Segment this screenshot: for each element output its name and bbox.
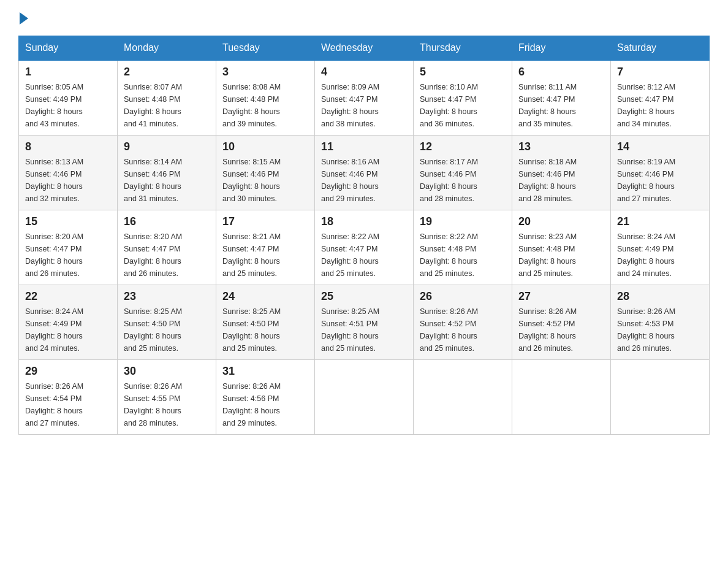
calendar-day-cell: 25 Sunrise: 8:25 AM Sunset: 4:51 PM Dayl… — [315, 285, 414, 360]
day-info: Sunrise: 8:19 AM Sunset: 4:46 PM Dayligh… — [617, 156, 703, 205]
day-info: Sunrise: 8:18 AM Sunset: 4:46 PM Dayligh… — [518, 156, 604, 205]
day-number: 10 — [222, 140, 308, 153]
day-number: 11 — [321, 140, 407, 153]
calendar-day-cell: 16 Sunrise: 8:20 AM Sunset: 4:47 PM Dayl… — [118, 210, 216, 285]
day-number: 16 — [124, 215, 210, 228]
day-info: Sunrise: 8:07 AM Sunset: 4:48 PM Dayligh… — [124, 81, 210, 130]
day-info: Sunrise: 8:26 AM Sunset: 4:56 PM Dayligh… — [222, 380, 308, 429]
calendar-day-cell: 13 Sunrise: 8:18 AM Sunset: 4:46 PM Dayl… — [512, 136, 611, 210]
logo — [18, 12, 28, 23]
calendar-day-cell: 8 Sunrise: 8:13 AM Sunset: 4:46 PM Dayli… — [19, 136, 118, 210]
day-number: 17 — [222, 215, 308, 228]
calendar-day-cell: 26 Sunrise: 8:26 AM Sunset: 4:52 PM Dayl… — [414, 285, 512, 360]
day-of-week-header: Friday — [512, 36, 611, 61]
day-info: Sunrise: 8:05 AM Sunset: 4:49 PM Dayligh… — [25, 81, 111, 130]
day-info: Sunrise: 8:20 AM Sunset: 4:47 PM Dayligh… — [124, 231, 210, 280]
calendar-day-cell: 1 Sunrise: 8:05 AM Sunset: 4:49 PM Dayli… — [19, 60, 118, 136]
day-info: Sunrise: 8:08 AM Sunset: 4:48 PM Dayligh… — [222, 81, 308, 130]
day-info: Sunrise: 8:24 AM Sunset: 4:49 PM Dayligh… — [25, 305, 111, 354]
day-info: Sunrise: 8:10 AM Sunset: 4:47 PM Dayligh… — [420, 81, 506, 130]
calendar-day-cell: 23 Sunrise: 8:25 AM Sunset: 4:50 PM Dayl… — [118, 285, 216, 360]
calendar-header-row: SundayMondayTuesdayWednesdayThursdayFrid… — [19, 36, 710, 61]
calendar-day-cell: 3 Sunrise: 8:08 AM Sunset: 4:48 PM Dayli… — [216, 60, 315, 136]
calendar-day-cell: 30 Sunrise: 8:26 AM Sunset: 4:55 PM Dayl… — [118, 360, 216, 435]
day-number: 21 — [617, 215, 703, 228]
calendar-day-cell: 29 Sunrise: 8:26 AM Sunset: 4:54 PM Dayl… — [19, 360, 118, 435]
day-info: Sunrise: 8:22 AM Sunset: 4:47 PM Dayligh… — [321, 231, 407, 280]
calendar-day-cell: 27 Sunrise: 8:26 AM Sunset: 4:52 PM Dayl… — [512, 285, 611, 360]
day-info: Sunrise: 8:23 AM Sunset: 4:48 PM Dayligh… — [518, 231, 604, 280]
day-info: Sunrise: 8:16 AM Sunset: 4:46 PM Dayligh… — [321, 156, 407, 205]
day-number: 15 — [25, 215, 111, 228]
day-number: 31 — [222, 365, 308, 378]
day-number: 8 — [25, 140, 111, 153]
day-info: Sunrise: 8:20 AM Sunset: 4:47 PM Dayligh… — [25, 231, 111, 280]
calendar-day-cell: 11 Sunrise: 8:16 AM Sunset: 4:46 PM Dayl… — [315, 136, 414, 210]
day-number: 24 — [222, 290, 308, 303]
calendar-table: SundayMondayTuesdayWednesdayThursdayFrid… — [18, 36, 710, 435]
calendar-day-cell: 15 Sunrise: 8:20 AM Sunset: 4:47 PM Dayl… — [19, 210, 118, 285]
day-info: Sunrise: 8:09 AM Sunset: 4:47 PM Dayligh… — [321, 81, 407, 130]
day-number: 26 — [420, 290, 506, 303]
day-number: 18 — [321, 215, 407, 228]
day-number: 9 — [124, 140, 210, 153]
logo-arrow-icon — [20, 12, 28, 25]
calendar-day-cell: 20 Sunrise: 8:23 AM Sunset: 4:48 PM Dayl… — [512, 210, 611, 285]
calendar-day-cell: 14 Sunrise: 8:19 AM Sunset: 4:46 PM Dayl… — [611, 136, 710, 210]
calendar-day-cell: 4 Sunrise: 8:09 AM Sunset: 4:47 PM Dayli… — [315, 60, 414, 136]
day-number: 5 — [420, 66, 506, 79]
day-info: Sunrise: 8:13 AM Sunset: 4:46 PM Dayligh… — [25, 156, 111, 205]
calendar-day-cell: 2 Sunrise: 8:07 AM Sunset: 4:48 PM Dayli… — [118, 60, 216, 136]
calendar-week-row: 22 Sunrise: 8:24 AM Sunset: 4:49 PM Dayl… — [19, 285, 710, 360]
day-info: Sunrise: 8:22 AM Sunset: 4:48 PM Dayligh… — [420, 231, 506, 280]
day-info: Sunrise: 8:12 AM Sunset: 4:47 PM Dayligh… — [617, 81, 703, 130]
day-info: Sunrise: 8:25 AM Sunset: 4:50 PM Dayligh… — [222, 305, 308, 354]
day-number: 6 — [518, 66, 604, 79]
day-number: 30 — [124, 365, 210, 378]
day-number: 25 — [321, 290, 407, 303]
calendar-day-cell: 7 Sunrise: 8:12 AM Sunset: 4:47 PM Dayli… — [611, 60, 710, 136]
day-number: 12 — [420, 140, 506, 153]
day-info: Sunrise: 8:24 AM Sunset: 4:49 PM Dayligh… — [617, 231, 703, 280]
calendar-day-cell: 17 Sunrise: 8:21 AM Sunset: 4:47 PM Dayl… — [216, 210, 315, 285]
day-info: Sunrise: 8:26 AM Sunset: 4:53 PM Dayligh… — [617, 305, 703, 354]
calendar-week-row: 29 Sunrise: 8:26 AM Sunset: 4:54 PM Dayl… — [19, 360, 710, 435]
day-info: Sunrise: 8:21 AM Sunset: 4:47 PM Dayligh… — [222, 231, 308, 280]
calendar-day-cell — [512, 360, 611, 435]
calendar-day-cell — [315, 360, 414, 435]
day-info: Sunrise: 8:25 AM Sunset: 4:51 PM Dayligh… — [321, 305, 407, 354]
day-number: 20 — [518, 215, 604, 228]
day-of-week-header: Saturday — [611, 36, 710, 61]
day-of-week-header: Sunday — [19, 36, 118, 61]
day-number: 14 — [617, 140, 703, 153]
day-number: 19 — [420, 215, 506, 228]
page-header — [18, 12, 710, 23]
calendar-day-cell: 12 Sunrise: 8:17 AM Sunset: 4:46 PM Dayl… — [414, 136, 512, 210]
calendar-day-cell: 5 Sunrise: 8:10 AM Sunset: 4:47 PM Dayli… — [414, 60, 512, 136]
day-info: Sunrise: 8:26 AM Sunset: 4:54 PM Dayligh… — [25, 380, 111, 429]
day-info: Sunrise: 8:26 AM Sunset: 4:52 PM Dayligh… — [420, 305, 506, 354]
day-number: 3 — [222, 66, 308, 79]
calendar-day-cell — [611, 360, 710, 435]
calendar-day-cell — [414, 360, 512, 435]
calendar-day-cell: 21 Sunrise: 8:24 AM Sunset: 4:49 PM Dayl… — [611, 210, 710, 285]
day-number: 13 — [518, 140, 604, 153]
day-info: Sunrise: 8:11 AM Sunset: 4:47 PM Dayligh… — [518, 81, 604, 130]
day-number: 23 — [124, 290, 210, 303]
day-info: Sunrise: 8:14 AM Sunset: 4:46 PM Dayligh… — [124, 156, 210, 205]
calendar-day-cell: 19 Sunrise: 8:22 AM Sunset: 4:48 PM Dayl… — [414, 210, 512, 285]
day-number: 28 — [617, 290, 703, 303]
day-info: Sunrise: 8:26 AM Sunset: 4:55 PM Dayligh… — [124, 380, 210, 429]
day-number: 1 — [25, 66, 111, 79]
calendar-day-cell: 18 Sunrise: 8:22 AM Sunset: 4:47 PM Dayl… — [315, 210, 414, 285]
day-of-week-header: Monday — [118, 36, 216, 61]
calendar-day-cell: 24 Sunrise: 8:25 AM Sunset: 4:50 PM Dayl… — [216, 285, 315, 360]
day-info: Sunrise: 8:15 AM Sunset: 4:46 PM Dayligh… — [222, 156, 308, 205]
calendar-day-cell: 28 Sunrise: 8:26 AM Sunset: 4:53 PM Dayl… — [611, 285, 710, 360]
day-info: Sunrise: 8:26 AM Sunset: 4:52 PM Dayligh… — [518, 305, 604, 354]
day-info: Sunrise: 8:17 AM Sunset: 4:46 PM Dayligh… — [420, 156, 506, 205]
calendar-day-cell: 6 Sunrise: 8:11 AM Sunset: 4:47 PM Dayli… — [512, 60, 611, 136]
day-number: 27 — [518, 290, 604, 303]
calendar-week-row: 15 Sunrise: 8:20 AM Sunset: 4:47 PM Dayl… — [19, 210, 710, 285]
calendar-week-row: 1 Sunrise: 8:05 AM Sunset: 4:49 PM Dayli… — [19, 60, 710, 136]
